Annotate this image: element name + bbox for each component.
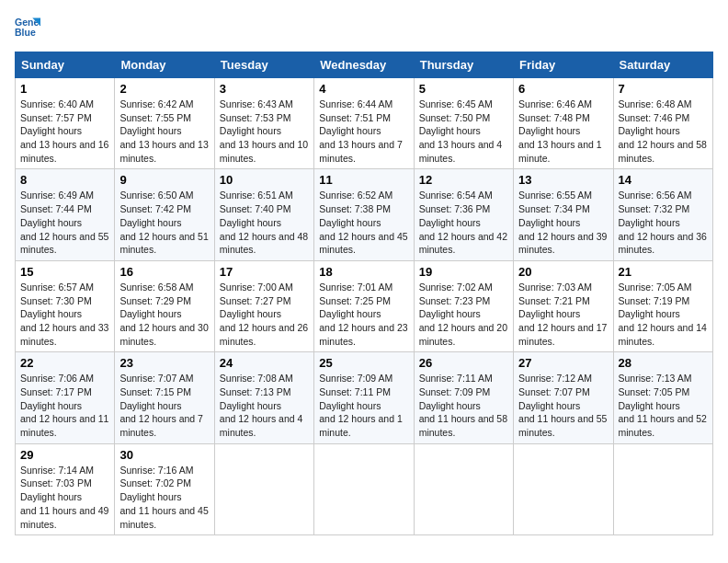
day-cell-20: 20 Sunrise: 7:03 AM Sunset: 7:21 PM Dayl… [514,260,613,351]
day-cell-27: 27 Sunrise: 7:12 AM Sunset: 7:07 PM Dayl… [514,352,613,443]
day-info: Sunrise: 6:49 AM Sunset: 7:44 PM Dayligh… [20,189,109,256]
logo: General Blue [15,15,44,40]
day-info: Sunrise: 6:48 AM Sunset: 7:46 PM Dayligh… [619,98,708,165]
day-cell-21: 21 Sunrise: 7:05 AM Sunset: 7:19 PM Dayl… [613,260,712,351]
day-number: 10 [220,173,309,187]
day-number: 28 [619,356,708,370]
day-info: Sunrise: 7:14 AM Sunset: 7:03 PM Dayligh… [20,464,109,531]
day-cell-28: 28 Sunrise: 7:13 AM Sunset: 7:05 PM Dayl… [613,352,712,443]
day-cell-19: 19 Sunrise: 7:02 AM Sunset: 7:23 PM Dayl… [414,260,513,351]
day-number: 26 [419,356,508,370]
weekday-header-monday: Monday [115,52,214,78]
day-number: 14 [619,173,708,187]
day-info: Sunrise: 7:07 AM Sunset: 7:15 PM Dayligh… [119,372,209,439]
day-info: Sunrise: 7:09 AM Sunset: 7:11 PM Dayligh… [319,372,408,439]
weekday-header-row: SundayMondayTuesdayWednesdayThursdayFrid… [16,52,713,78]
day-number: 23 [119,356,209,370]
day-cell-24: 24 Sunrise: 7:08 AM Sunset: 7:13 PM Dayl… [214,352,313,443]
calendar-row: 15 Sunrise: 6:57 AM Sunset: 7:30 PM Dayl… [16,260,713,351]
day-cell-15: 15 Sunrise: 6:57 AM Sunset: 7:30 PM Dayl… [16,260,115,351]
day-info: Sunrise: 6:55 AM Sunset: 7:34 PM Dayligh… [518,189,608,256]
day-cell-10: 10 Sunrise: 6:51 AM Sunset: 7:40 PM Dayl… [214,169,313,260]
day-cell-29: 29 Sunrise: 7:14 AM Sunset: 7:03 PM Dayl… [16,443,115,534]
day-number: 18 [319,265,408,279]
logo-icon: General Blue [15,15,40,40]
day-number: 13 [518,173,608,187]
day-info: Sunrise: 6:44 AM Sunset: 7:51 PM Dayligh… [319,98,408,165]
calendar-row: 29 Sunrise: 7:14 AM Sunset: 7:03 PM Dayl… [16,443,713,534]
day-info: Sunrise: 6:40 AM Sunset: 7:57 PM Dayligh… [20,98,109,165]
day-cell-14: 14 Sunrise: 6:56 AM Sunset: 7:32 PM Dayl… [613,169,712,260]
day-cell-5: 5 Sunrise: 6:45 AM Sunset: 7:50 PM Dayli… [414,78,513,169]
day-cell-empty [514,443,613,534]
day-number: 25 [319,356,408,370]
day-number: 16 [119,265,209,279]
day-info: Sunrise: 7:12 AM Sunset: 7:07 PM Dayligh… [518,372,608,439]
day-info: Sunrise: 6:56 AM Sunset: 7:32 PM Dayligh… [619,189,708,256]
day-cell-4: 4 Sunrise: 6:44 AM Sunset: 7:51 PM Dayli… [314,78,414,169]
day-info: Sunrise: 7:05 AM Sunset: 7:19 PM Dayligh… [619,281,708,348]
calendar: SundayMondayTuesdayWednesdayThursdayFrid… [15,52,713,535]
day-cell-18: 18 Sunrise: 7:01 AM Sunset: 7:25 PM Dayl… [314,260,414,351]
day-info: Sunrise: 7:06 AM Sunset: 7:17 PM Dayligh… [20,372,109,439]
day-number: 6 [518,82,608,96]
day-cell-3: 3 Sunrise: 6:43 AM Sunset: 7:53 PM Dayli… [214,78,313,169]
day-info: Sunrise: 6:46 AM Sunset: 7:48 PM Dayligh… [518,98,608,165]
day-cell-8: 8 Sunrise: 6:49 AM Sunset: 7:44 PM Dayli… [16,169,115,260]
svg-text:Blue: Blue [15,27,36,38]
day-number: 24 [220,356,309,370]
weekday-header-thursday: Thursday [414,52,513,78]
calendar-row: 1 Sunrise: 6:40 AM Sunset: 7:57 PM Dayli… [16,78,713,169]
day-number: 27 [518,356,608,370]
day-number: 30 [119,448,209,462]
day-cell-empty [314,443,414,534]
day-info: Sunrise: 6:58 AM Sunset: 7:29 PM Dayligh… [119,281,209,348]
day-info: Sunrise: 7:16 AM Sunset: 7:02 PM Dayligh… [119,464,209,531]
weekday-header-saturday: Saturday [613,52,712,78]
day-cell-6: 6 Sunrise: 6:46 AM Sunset: 7:48 PM Dayli… [514,78,613,169]
day-number: 22 [20,356,109,370]
day-number: 29 [20,448,109,462]
day-cell-13: 13 Sunrise: 6:55 AM Sunset: 7:34 PM Dayl… [514,169,613,260]
day-number: 2 [119,82,209,96]
day-number: 9 [119,173,209,187]
day-info: Sunrise: 7:01 AM Sunset: 7:25 PM Dayligh… [319,281,408,348]
day-cell-empty [613,443,712,534]
day-cell-25: 25 Sunrise: 7:09 AM Sunset: 7:11 PM Dayl… [314,352,414,443]
day-info: Sunrise: 6:43 AM Sunset: 7:53 PM Dayligh… [220,98,309,165]
day-cell-11: 11 Sunrise: 6:52 AM Sunset: 7:38 PM Dayl… [314,169,414,260]
day-info: Sunrise: 6:52 AM Sunset: 7:38 PM Dayligh… [319,189,408,256]
day-info: Sunrise: 7:00 AM Sunset: 7:27 PM Dayligh… [220,281,309,348]
day-cell-1: 1 Sunrise: 6:40 AM Sunset: 7:57 PM Dayli… [16,78,115,169]
day-number: 21 [619,265,708,279]
day-number: 8 [20,173,109,187]
day-info: Sunrise: 6:54 AM Sunset: 7:36 PM Dayligh… [419,189,508,256]
day-cell-26: 26 Sunrise: 7:11 AM Sunset: 7:09 PM Dayl… [414,352,513,443]
day-info: Sunrise: 6:42 AM Sunset: 7:55 PM Dayligh… [119,98,209,165]
day-number: 7 [619,82,708,96]
day-info: Sunrise: 7:11 AM Sunset: 7:09 PM Dayligh… [419,372,508,439]
day-cell-30: 30 Sunrise: 7:16 AM Sunset: 7:02 PM Dayl… [115,443,214,534]
day-number: 4 [319,82,408,96]
day-info: Sunrise: 7:03 AM Sunset: 7:21 PM Dayligh… [518,281,608,348]
day-cell-16: 16 Sunrise: 6:58 AM Sunset: 7:29 PM Dayl… [115,260,214,351]
day-number: 12 [419,173,508,187]
day-info: Sunrise: 7:08 AM Sunset: 7:13 PM Dayligh… [220,372,309,439]
day-info: Sunrise: 7:02 AM Sunset: 7:23 PM Dayligh… [419,281,508,348]
day-info: Sunrise: 6:45 AM Sunset: 7:50 PM Dayligh… [419,98,508,165]
weekday-header-friday: Friday [514,52,613,78]
day-number: 11 [319,173,408,187]
calendar-row: 8 Sunrise: 6:49 AM Sunset: 7:44 PM Dayli… [16,169,713,260]
day-info: Sunrise: 6:50 AM Sunset: 7:42 PM Dayligh… [119,189,209,256]
day-info: Sunrise: 6:57 AM Sunset: 7:30 PM Dayligh… [20,281,109,348]
day-number: 5 [419,82,508,96]
day-cell-12: 12 Sunrise: 6:54 AM Sunset: 7:36 PM Dayl… [414,169,513,260]
page-header: General Blue [15,15,713,40]
day-cell-22: 22 Sunrise: 7:06 AM Sunset: 7:17 PM Dayl… [16,352,115,443]
weekday-header-tuesday: Tuesday [214,52,313,78]
day-info: Sunrise: 7:13 AM Sunset: 7:05 PM Dayligh… [619,372,708,439]
weekday-header-sunday: Sunday [16,52,115,78]
day-cell-9: 9 Sunrise: 6:50 AM Sunset: 7:42 PM Dayli… [115,169,214,260]
day-number: 3 [220,82,309,96]
day-number: 15 [20,265,109,279]
